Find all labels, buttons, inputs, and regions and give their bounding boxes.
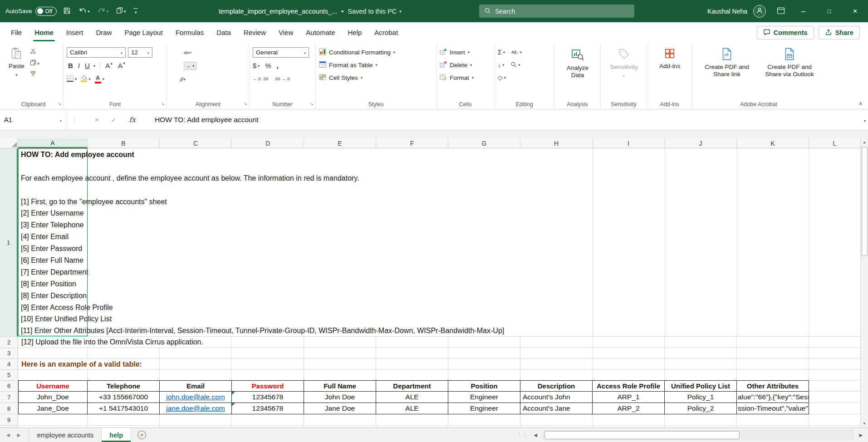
collapse-ribbon-button[interactable]: ∧	[858, 100, 863, 107]
cell[interactable]	[809, 381, 860, 392]
decrease-decimal-button[interactable]: .00 →.0	[274, 77, 290, 81]
cell-A4-text[interactable]: Here is an example of a valid table:	[19, 359, 145, 369]
expand-formula-bar-button[interactable]	[864, 116, 866, 124]
cell[interactable]	[232, 348, 304, 359]
cell[interactable]	[809, 359, 860, 370]
cell-styles-button[interactable]: Cell Styles	[319, 71, 433, 84]
column-header-L[interactable]: L	[809, 138, 860, 148]
select-all-button[interactable]	[0, 138, 18, 148]
row-header-5[interactable]: 5	[0, 370, 18, 381]
cell-I8[interactable]: ARP_2	[593, 403, 665, 414]
decrease-font-button[interactable]: A▼	[117, 62, 127, 69]
cell[interactable]	[593, 414, 665, 426]
cell[interactable]	[665, 414, 737, 426]
row-header-3[interactable]: 3	[0, 348, 18, 359]
ribbon-display-options-button[interactable]	[777, 7, 785, 15]
horizontal-scrollbar[interactable]	[543, 430, 853, 440]
row-header-6[interactable]: 6	[0, 381, 18, 392]
column-header-J[interactable]: J	[665, 138, 737, 148]
cell-A6[interactable]: Username	[18, 381, 88, 392]
cell[interactable]	[232, 370, 304, 381]
new-sheet-button[interactable]: +	[137, 431, 146, 439]
cell[interactable]	[520, 359, 593, 370]
cell[interactable]	[593, 337, 665, 348]
comma-style-button[interactable]: ,	[276, 61, 279, 70]
close-button[interactable]: ×	[842, 0, 868, 22]
cell[interactable]	[232, 414, 304, 426]
row-header-2[interactable]: 2	[0, 337, 18, 348]
cell[interactable]	[304, 348, 376, 359]
cell[interactable]	[448, 370, 520, 381]
row-header-8[interactable]: 8	[0, 403, 18, 414]
cell[interactable]	[232, 337, 304, 348]
vscroll-thumb[interactable]	[862, 147, 868, 256]
column-header-F[interactable]: F	[376, 138, 448, 148]
avatar[interactable]	[753, 5, 766, 18]
sheet-tab-employee-accounts[interactable]: employee accounts	[29, 428, 102, 442]
cell[interactable]	[448, 359, 520, 370]
cell[interactable]	[18, 370, 88, 381]
cell[interactable]	[520, 337, 593, 348]
paste-button[interactable]: Paste	[7, 46, 26, 80]
borders-button[interactable]	[67, 76, 77, 82]
cell[interactable]	[665, 370, 737, 381]
cell[interactable]	[448, 348, 520, 359]
tab-acrobat[interactable]: Acrobat	[368, 22, 404, 43]
column-header-C[interactable]: C	[160, 138, 232, 148]
cut-button[interactable]	[30, 48, 39, 56]
conditional-formatting-button[interactable]: Conditional Formatting	[319, 46, 433, 59]
cell-J7[interactable]: Policy_1	[665, 392, 737, 403]
cell-B6[interactable]: Telephone	[88, 381, 160, 392]
sheet-nav-left-arrow[interactable]: ◀	[0, 428, 14, 442]
vertical-scrollbar[interactable]: ▲ ▼	[860, 138, 868, 427]
vscroll-down-arrow[interactable]: ▼	[861, 420, 868, 427]
cell-F7[interactable]: ALE	[376, 392, 448, 403]
clipboard-dialog-launcher[interactable]	[58, 99, 61, 107]
cell[interactable]	[809, 403, 860, 414]
cell-D7[interactable]: 12345678	[232, 392, 304, 403]
cell[interactable]	[665, 348, 737, 359]
cell-I7[interactable]: ARP_1	[593, 392, 665, 403]
cell[interactable]	[520, 414, 593, 426]
cell[interactable]	[520, 370, 593, 381]
cell-K7[interactable]: alue":"66"},{"key":"Session-Timeout"	[737, 392, 809, 403]
tab-home[interactable]: Home	[28, 22, 60, 43]
cell[interactable]	[593, 348, 665, 359]
format-cells-button[interactable]: Format	[440, 71, 491, 84]
clear-button[interactable]: ◇	[498, 74, 506, 81]
increase-decimal-button[interactable]: ←.0 .00	[253, 77, 269, 81]
merge-center-button[interactable]: ↔	[184, 62, 196, 70]
cell[interactable]	[809, 337, 860, 348]
cell[interactable]	[809, 348, 860, 359]
find-select-button[interactable]	[510, 61, 520, 69]
cell-A1[interactable]: HOW TO: Add employee account For each em…	[21, 149, 504, 337]
save-button[interactable]	[62, 5, 72, 17]
cell-D6[interactable]: Password	[232, 381, 304, 392]
font-dialog-launcher[interactable]	[161, 99, 165, 107]
tab-file[interactable]: File	[5, 22, 28, 43]
row-header-9[interactable]: 9	[0, 414, 18, 426]
cell[interactable]	[376, 370, 448, 381]
cell[interactable]	[665, 337, 737, 348]
cell-A2-text[interactable]: [12] Upload the file into the OmniVista …	[19, 337, 206, 348]
column-header-H[interactable]: H	[520, 138, 593, 148]
font-name-select[interactable]: Calibri	[67, 47, 126, 58]
minimize-button[interactable]: –	[790, 0, 816, 22]
tab-data[interactable]: Data	[210, 22, 237, 43]
cell-D8[interactable]: 12345678	[232, 403, 304, 414]
maximize-button[interactable]: □	[816, 0, 842, 22]
delete-cells-button[interactable]: Delete	[440, 59, 491, 71]
sensitivity-button[interactable]: Sensitivity	[604, 46, 644, 81]
font-size-select[interactable]: 12	[128, 47, 152, 58]
hscroll-right-arrow[interactable]: ▶	[858, 431, 864, 439]
cell-E6[interactable]: Full Name	[304, 381, 376, 392]
column-header-I[interactable]: I	[593, 138, 665, 148]
cell-C7-email-link[interactable]: john.doe@ale.com	[160, 392, 232, 403]
cell[interactable]	[304, 370, 376, 381]
cell[interactable]	[809, 370, 860, 381]
cell-F6[interactable]: Department	[376, 381, 448, 392]
copy-button[interactable]	[115, 5, 127, 17]
tab-automate[interactable]: Automate	[299, 22, 341, 43]
cell-I6[interactable]: Access Role Profile	[593, 381, 665, 392]
tab-view[interactable]: View	[272, 22, 299, 43]
